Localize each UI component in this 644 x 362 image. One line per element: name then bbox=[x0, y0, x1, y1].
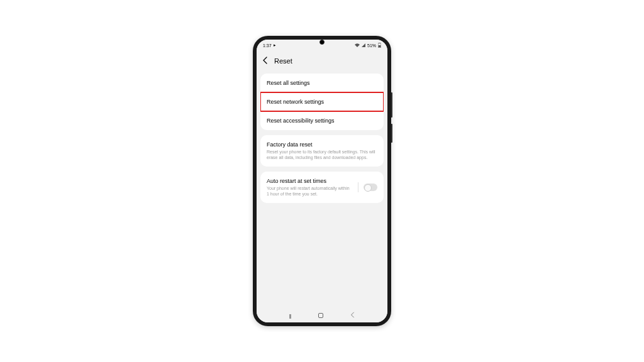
content-area: Reset all settings Reset network setting… bbox=[257, 71, 387, 309]
reset-all-settings-item[interactable]: Reset all settings bbox=[260, 74, 384, 92]
navigation-bar: ||| bbox=[257, 309, 387, 322]
item-description: Your phone will restart automatically wi… bbox=[267, 185, 353, 197]
item-title: Auto restart at set times bbox=[267, 178, 353, 184]
camera-notch bbox=[319, 40, 325, 45]
settings-group: Auto restart at set times Your phone wil… bbox=[260, 172, 384, 203]
status-left: 1:37 ▸ bbox=[263, 43, 276, 48]
settings-group: Reset all settings Reset network setting… bbox=[260, 74, 384, 130]
item-text-block: Auto restart at set times Your phone wil… bbox=[267, 178, 353, 197]
volume-button bbox=[391, 92, 392, 118]
signal-icon bbox=[362, 43, 365, 48]
status-time: 1:37 bbox=[263, 43, 272, 48]
phone-screen: 1:37 ▸ 51% Reset bbox=[257, 40, 387, 322]
battery-text: 51% bbox=[367, 43, 376, 48]
item-title: Reset all settings bbox=[267, 80, 377, 86]
status-right: 51% bbox=[355, 43, 381, 48]
page-title: Reset bbox=[274, 57, 292, 65]
back-button[interactable] bbox=[263, 57, 268, 65]
toggle-divider bbox=[358, 182, 358, 192]
auto-restart-item[interactable]: Auto restart at set times Your phone wil… bbox=[260, 172, 384, 203]
page-header: Reset bbox=[257, 51, 387, 71]
factory-data-reset-item[interactable]: Factory data reset Reset your phone to i… bbox=[260, 135, 384, 167]
item-title: Factory data reset bbox=[267, 141, 377, 148]
svg-rect-2 bbox=[379, 45, 381, 47]
nav-back-icon[interactable] bbox=[350, 312, 355, 319]
phone-frame: 1:37 ▸ 51% Reset bbox=[253, 36, 391, 326]
reset-network-settings-item[interactable]: Reset network settings bbox=[260, 92, 384, 111]
auto-restart-toggle[interactable] bbox=[364, 184, 377, 191]
video-icon: ▸ bbox=[274, 43, 276, 48]
power-button bbox=[391, 124, 392, 143]
battery-icon bbox=[378, 43, 381, 48]
item-description: Reset your phone to its factory default … bbox=[267, 149, 377, 160]
settings-group: Factory data reset Reset your phone to i… bbox=[260, 135, 384, 167]
reset-accessibility-settings-item[interactable]: Reset accessibility settings bbox=[260, 111, 384, 130]
nav-recent-icon[interactable]: ||| bbox=[289, 313, 291, 319]
wifi-icon bbox=[355, 43, 360, 48]
item-title: Reset accessibility settings bbox=[267, 118, 377, 124]
item-title: Reset network settings bbox=[267, 99, 377, 105]
nav-home-icon[interactable] bbox=[318, 313, 323, 318]
